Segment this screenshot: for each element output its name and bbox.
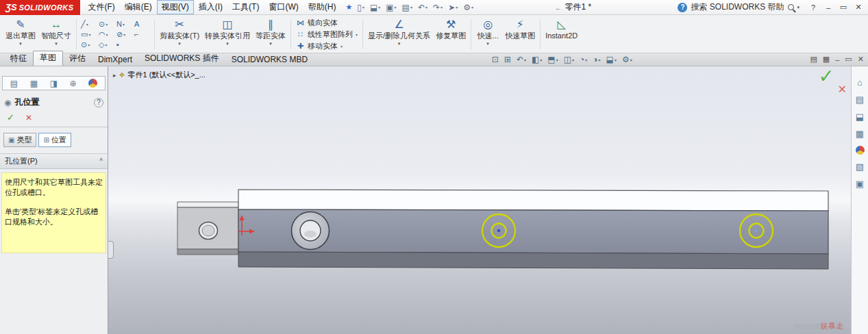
dropdown-icon[interactable]: ▾ [471, 5, 473, 10]
tab-evaluate[interactable]: 评估 [63, 51, 92, 66]
trim-entities-button[interactable]: ✂ 剪裁实体(T) ▾ [157, 16, 202, 52]
open-document-button[interactable]: ⬓▾ [370, 3, 380, 12]
dropdown-icon[interactable]: ▾ [486, 41, 489, 47]
dimxpertmanager-tab[interactable]: ⊕ [70, 79, 77, 88]
forum-icon[interactable]: ▣ [856, 179, 864, 189]
dropdown-icon[interactable]: ▾ [540, 57, 542, 62]
exit-sketch-button[interactable]: ✎ 退出草图 ▾ [3, 16, 38, 52]
new-document-button[interactable]: ▯▾ [357, 3, 364, 12]
menu-help[interactable]: 帮助(H) [303, 0, 341, 14]
dropdown-icon[interactable]: ▾ [398, 41, 401, 47]
edit-appearance-button[interactable]: ◑▾ [593, 55, 600, 64]
dropdown-icon[interactable]: ▾ [362, 5, 364, 10]
counterbore-hole[interactable] [292, 212, 330, 250]
slot-tool-button[interactable]: ⊙▾ [81, 40, 97, 49]
hole-center-point[interactable] [755, 229, 757, 231]
tab-sketch[interactable]: 草图 [33, 51, 63, 66]
section-view-button[interactable]: ◧▾ [532, 55, 542, 64]
dropdown-icon[interactable]: ▾ [395, 5, 397, 10]
propertymanager-tab[interactable]: ▦ [30, 79, 38, 88]
print-button[interactable]: ▤▾ [402, 3, 412, 12]
tab-solidworks-mbd[interactable]: SOLIDWORKS MBD [225, 53, 314, 66]
redo-button[interactable]: ↷▾ [433, 3, 443, 12]
dropdown-icon[interactable]: ▾ [425, 5, 427, 10]
search-dropdown-icon[interactable]: ▾ [797, 5, 800, 10]
dropdown-icon[interactable]: ▾ [378, 5, 380, 10]
zoom-to-fit-button[interactable]: ⊡ [492, 55, 499, 64]
dropdown-icon[interactable]: ▾ [178, 41, 181, 47]
appearances-icon[interactable] [856, 146, 865, 155]
tab-dimxpert[interactable]: DimXpert [92, 53, 138, 66]
polygon-tool-button[interactable]: ◇▾ [99, 40, 114, 49]
smart-dimension-button[interactable]: ↔ 智能尺寸 ▾ [38, 16, 74, 52]
configurationmanager-tab[interactable]: ◨ [50, 79, 58, 88]
dropdown-icon[interactable]: ▾ [556, 57, 558, 62]
window-close-button[interactable]: ✕ [852, 1, 865, 14]
dropdown-icon[interactable]: ▾ [19, 41, 22, 47]
window-minimize-button[interactable]: – [821, 1, 835, 14]
featuremanager-tab[interactable]: ▤ [10, 79, 18, 88]
dropdown-icon[interactable]: ▾ [340, 44, 343, 49]
mirror-entities-button[interactable]: ⋈ 镜向实体 [296, 18, 358, 28]
spline-tool-button[interactable]: N▾ [116, 20, 132, 29]
dropdown-icon[interactable]: ▾ [226, 41, 229, 47]
dropdown-icon[interactable]: ▾ [524, 57, 526, 62]
dropdown-icon[interactable]: ▾ [105, 42, 107, 47]
dropdown-icon[interactable]: ▾ [123, 32, 125, 37]
app-help-button[interactable]: ? [806, 1, 820, 14]
fillet-tool-button[interactable]: ⌐ [134, 30, 150, 39]
tab-features[interactable]: 特征 [4, 51, 33, 66]
apply-scene-button[interactable]: ⬓▾ [606, 55, 617, 64]
display-delete-relations-button[interactable]: ∠ 显示/删除几何关系 ▾ [365, 16, 433, 52]
custom-properties-icon[interactable]: ▧ [856, 162, 864, 172]
text-tool-button[interactable]: A [134, 20, 150, 29]
tab-solidworks-addins[interactable]: SOLIDWORKS 插件 [138, 51, 225, 66]
dropdown-icon[interactable]: ▾ [55, 41, 58, 47]
view-orientation-button[interactable]: ⬒▾ [547, 55, 558, 64]
tab-type[interactable]: ▣ 类型 [3, 133, 36, 147]
tree-item-label[interactable]: 零件1 (默认<<默认>_... [128, 70, 206, 80]
rapid-sketch-button[interactable]: ⚡ 快速草图 [502, 16, 538, 52]
dropdown-icon[interactable]: ▾ [585, 57, 587, 62]
arc-tool-button[interactable]: ◠▾ [99, 30, 114, 39]
menu-insert[interactable]: 插入(I) [194, 0, 227, 14]
offset-entities-button[interactable]: ∥ 等距实体 ▾ [253, 16, 288, 52]
ok-button[interactable]: ✓ [7, 112, 14, 123]
doc-minimize-button[interactable]: – [835, 55, 839, 64]
menu-view[interactable]: 视图(V) [157, 0, 194, 14]
tree-expand-icon[interactable]: ▸ [113, 72, 116, 79]
hole-center-point[interactable] [497, 229, 500, 232]
hide-show-items-button[interactable]: ◔▾ [580, 55, 587, 64]
dropdown-icon[interactable]: ▾ [456, 5, 458, 10]
menu-file[interactable]: 文件(F) [83, 0, 119, 14]
convert-entities-button[interactable]: ◫ 转换实体引用 ▾ [202, 16, 253, 52]
graphics-area[interactable]: ▸ ❖ 零件1 (默认<<默认>_... ✓ ✕ dccccit娱暴走 [108, 66, 851, 334]
instant2d-button[interactable]: ◺ Instant2D [543, 16, 580, 52]
show-pane-button[interactable]: ▤ [810, 55, 817, 64]
pin-toolbar-icon[interactable]: ★ [345, 3, 352, 12]
dropdown-icon[interactable]: ▾ [441, 5, 443, 10]
cancel-button[interactable]: ✕ [25, 113, 32, 123]
confirm-ok-button[interactable]: ✓ [819, 66, 834, 88]
dropdown-icon[interactable]: ▾ [599, 57, 601, 62]
bar-top-face[interactable] [238, 190, 828, 211]
point-tool-button[interactable]: ▪ [116, 40, 132, 49]
quick-snaps-button[interactable]: ◎ 快速... ▾ [473, 16, 502, 52]
move-entities-button[interactable]: ✚ 移动实体 ▾ [296, 41, 358, 51]
doc-close-button[interactable]: ✕ [858, 55, 864, 64]
dropdown-icon[interactable]: ▾ [88, 32, 90, 37]
panel-help-icon[interactable]: ? [94, 98, 103, 107]
search-icon[interactable] [788, 4, 794, 10]
doc-restore-button[interactable]: ▭ [845, 55, 852, 64]
rectangle-tool-button[interactable]: ▭▾ [81, 30, 97, 39]
resources-icon[interactable]: ⌂ [857, 77, 863, 88]
options-button[interactable]: ⚙▾ [463, 3, 473, 12]
menu-edit[interactable]: 编辑(E) [120, 0, 157, 14]
dropdown-icon[interactable]: ▾ [123, 22, 125, 27]
linear-sketch-pattern-button[interactable]: ∷ 线性草图阵列 ▾ [296, 29, 358, 40]
dropdown-icon[interactable]: ▾ [86, 22, 88, 27]
save-button[interactable]: ▣▾ [386, 3, 396, 12]
dropdown-icon[interactable]: ▾ [269, 41, 272, 47]
part-model[interactable] [108, 66, 851, 334]
ellipse-tool-button[interactable]: ⊘▾ [116, 30, 132, 39]
